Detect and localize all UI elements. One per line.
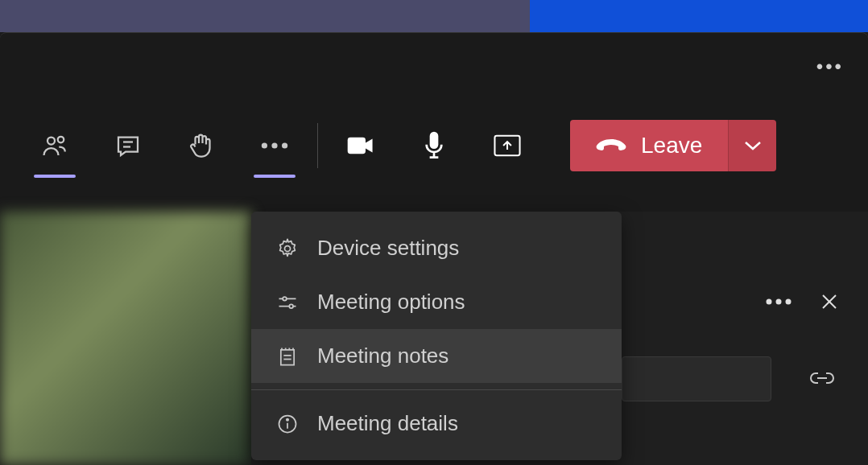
menu-item-label: Meeting options	[317, 290, 465, 315]
raise-hand-button[interactable]	[187, 131, 216, 160]
menu-divider	[251, 389, 622, 390]
menu-item-label: Meeting details	[317, 411, 458, 436]
toolbar-divider	[317, 123, 318, 168]
gear-icon	[275, 237, 300, 261]
people-icon	[40, 131, 69, 160]
people-button[interactable]	[40, 131, 69, 160]
svg-point-0	[48, 138, 55, 145]
more-icon	[765, 298, 792, 306]
menu-item-meeting-details[interactable]: Meeting details	[251, 397, 622, 451]
hangup-icon	[596, 138, 626, 154]
camera-button[interactable]	[346, 131, 375, 160]
panel-more-button[interactable]	[765, 298, 792, 306]
menu-item-meeting-options[interactable]: Meeting options	[251, 275, 622, 329]
copy-link-button[interactable]	[808, 368, 836, 388]
leave-dropdown-button[interactable]	[728, 120, 776, 171]
leave-button[interactable]: Leave	[570, 120, 728, 171]
svg-point-1	[58, 137, 64, 143]
microphone-icon	[421, 130, 447, 162]
svg-point-18	[283, 297, 287, 301]
svg-point-12	[786, 299, 792, 305]
svg-rect-8	[430, 132, 439, 149]
svg-point-19	[289, 304, 293, 308]
more-actions-button[interactable]	[260, 131, 289, 160]
raise-hand-icon	[187, 131, 216, 160]
svg-point-10	[767, 299, 772, 305]
chat-button[interactable]	[114, 131, 143, 160]
window-more-icon[interactable]: •••	[816, 56, 844, 78]
panel-close-button[interactable]	[820, 292, 839, 311]
meeting-window: •••	[0, 32, 868, 465]
video-feed	[0, 212, 251, 465]
svg-point-15	[285, 245, 291, 251]
svg-point-24	[287, 418, 288, 420]
leave-label: Leave	[641, 133, 702, 158]
share-icon	[493, 131, 522, 160]
panel-input[interactable]	[622, 356, 771, 401]
link-icon	[808, 368, 836, 388]
share-button[interactable]	[493, 131, 522, 160]
chevron-down-icon	[743, 140, 763, 151]
notes-icon	[275, 344, 300, 368]
svg-point-5	[271, 142, 277, 148]
menu-item-device-settings[interactable]: Device settings	[251, 221, 622, 275]
svg-point-6	[282, 142, 287, 148]
leave-button-group: Leave	[570, 120, 776, 171]
svg-point-4	[262, 142, 267, 148]
menu-item-label: Meeting notes	[317, 344, 448, 368]
menu-item-meeting-notes[interactable]: Meeting notes	[251, 329, 622, 383]
svg-point-11	[776, 299, 782, 305]
close-icon	[820, 292, 839, 311]
microphone-button[interactable]	[420, 131, 448, 160]
info-icon	[275, 412, 300, 436]
sliders-icon	[275, 290, 300, 315]
camera-icon	[346, 133, 375, 158]
svg-rect-7	[348, 138, 366, 154]
window-background	[0, 0, 868, 32]
meeting-toolbar: Leave	[0, 113, 868, 178]
chat-icon	[114, 131, 143, 160]
more-actions-menu: Device settings Meeting options	[251, 212, 622, 460]
menu-item-label: Device settings	[317, 236, 459, 261]
more-actions-icon	[260, 141, 289, 150]
